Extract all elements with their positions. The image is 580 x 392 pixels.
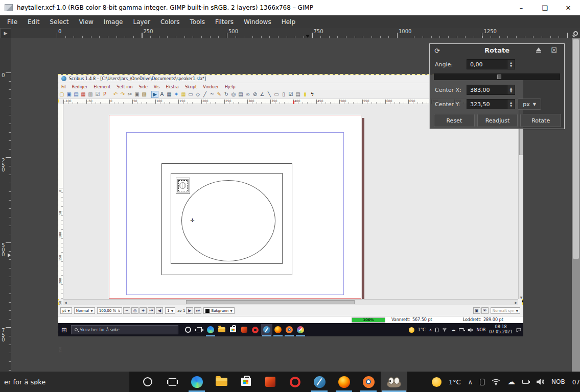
scribus-tool-icon: ~ — [208, 91, 216, 98]
dialog-button[interactable]: Readjust — [477, 114, 518, 127]
language-label[interactable]: NOB — [551, 378, 565, 385]
clock-partial[interactable]: 07 — [572, 379, 580, 386]
firefox-icon — [272, 324, 284, 335]
unit-dropdown[interactable]: px▼ — [518, 99, 541, 110]
scribus-tool-icon: ☑ — [94, 91, 101, 98]
gimp-menu-item[interactable]: Colors — [155, 16, 185, 28]
close-dialog-icon[interactable]: ☒ — [551, 46, 557, 54]
detach-dialog-icon[interactable] — [536, 47, 542, 54]
wifi-icon[interactable] — [492, 379, 500, 385]
scribus-tool-icon: ◎ — [230, 91, 237, 98]
scribus-tool-icon: ▤ — [73, 91, 80, 98]
scribus-app-icon — [61, 76, 66, 81]
center-y-spinner[interactable]: ▲▼ — [507, 99, 515, 109]
temperature-label: 1°C — [418, 328, 426, 332]
clock: 08:1807.05.2021 — [489, 325, 513, 335]
gimp-menu-item[interactable]: View — [74, 16, 98, 28]
ruler-label: 400 — [293, 99, 316, 103]
office-icon — [239, 324, 250, 335]
windows-taskbar: er for å søke 1°C ∧ ☁ NOB 07 — [0, 372, 580, 392]
gimp-menu-item[interactable]: File — [2, 16, 22, 28]
scribus-tool-icon: ▥ — [87, 91, 94, 98]
blender-button[interactable] — [356, 372, 381, 392]
center-x-input[interactable]: 383,00 — [467, 85, 507, 95]
ruler-label: 1250 — [482, 28, 568, 35]
task-view-button[interactable] — [160, 372, 184, 392]
rotate-dialog: ⟳ Rotate ☒ Angle: 0,00 ▲▼ Center X: 383,… — [429, 43, 565, 129]
gimp-window-title: høytaller.xcf-1.0 (RGB color 8-bit gamma… — [17, 4, 313, 11]
center-x-label: Center X: — [435, 87, 467, 93]
scribus-tool-icon: ▶ — [151, 91, 158, 98]
office-button[interactable] — [258, 372, 283, 392]
scribus-button[interactable] — [307, 372, 332, 392]
vertical-coord-value: 289.00 pt — [483, 317, 503, 322]
your-phone-icon[interactable] — [480, 379, 484, 385]
gimp-menu-item[interactable]: Image — [99, 16, 128, 28]
dialog-button[interactable]: Rotate — [520, 114, 561, 127]
horizontal-coord-value: 567.50 pt — [412, 317, 432, 322]
gimp-menu-item[interactable]: Layer — [128, 16, 155, 28]
layer-color-swatch — [205, 309, 210, 313]
gimp-menu-item[interactable]: Filters — [210, 16, 239, 28]
scribus-menu-item: Side — [136, 85, 151, 89]
ruler-corner-button[interactable]: ▶ — [0, 28, 11, 38]
gimp-menu-item[interactable]: Windows — [239, 16, 276, 28]
ruler-label: 350 — [58, 348, 81, 353]
scribus-menu-item: Ekstra — [163, 85, 182, 89]
page-number-dropdown: 1▼ — [165, 307, 175, 314]
dialog-button[interactable]: Reset — [434, 114, 475, 127]
ruler-label: 450 — [316, 99, 339, 103]
onedrive-icon[interactable]: ☁ — [507, 377, 515, 386]
taskbar-search-box[interactable]: er for å søke — [0, 372, 129, 392]
first-page-button: ⏮ — [148, 307, 155, 314]
ruler-label: 0 — [0, 72, 11, 158]
edge-button[interactable] — [184, 372, 209, 392]
firefox-button[interactable] — [332, 372, 356, 392]
scribus-tool-icon: ∞ — [244, 91, 251, 98]
zoom-follow-window-button[interactable] — [571, 28, 580, 38]
angle-slider[interactable] — [434, 74, 560, 80]
center-x-spinner[interactable]: ▲▼ — [507, 85, 515, 95]
scribus-tool-icon: ☑ — [287, 91, 294, 98]
scribus-tool-icon: ϟ — [309, 91, 316, 98]
center-y-input[interactable]: 323,50 — [467, 99, 507, 109]
scribus-vertical-ruler: 050100150200250300350 — [58, 104, 63, 299]
gimp-button-active[interactable] — [381, 372, 407, 392]
microsoft-store-icon — [227, 324, 239, 335]
minimize-button[interactable]: – — [509, 0, 533, 15]
quality-dropdown: Normal▼ — [74, 307, 95, 314]
slider-handle[interactable] — [497, 75, 501, 79]
file-explorer-button[interactable] — [209, 372, 234, 392]
screenshot-taskbar: ⊞ Skriv her for å søke 1°C ∧ ☁ — [58, 323, 523, 336]
cortana-button[interactable] — [135, 372, 160, 392]
ruler-label: 350 — [270, 99, 293, 103]
weather-icon[interactable] — [432, 377, 442, 387]
scribus-menu-item: Hjelp — [222, 85, 238, 89]
maximize-button[interactable]: ❑ — [533, 0, 556, 15]
ruler-cursor-marker — [293, 101, 294, 104]
gimp-menu-item[interactable]: Edit — [22, 16, 44, 28]
gimp-menu-item[interactable]: Select — [44, 16, 74, 28]
battery-icon[interactable] — [522, 380, 529, 384]
microsoft-store-button[interactable] — [234, 372, 258, 392]
close-button[interactable]: ✕ — [556, 0, 580, 15]
scribus-menu-item: Rediger — [68, 85, 90, 89]
speaker-icon[interactable] — [536, 378, 544, 385]
unit-dropdown: pt▼ — [60, 307, 72, 314]
gimp-menu-item[interactable]: Tools — [185, 16, 211, 28]
mouse-cursor: ✛ — [190, 217, 194, 223]
next-page-button: ▶ — [186, 307, 193, 314]
gimp-menu-item[interactable]: Help — [276, 16, 300, 28]
gimp-wilber-icon — [387, 380, 401, 387]
opera-button[interactable] — [283, 372, 307, 392]
angle-input[interactable]: 0,00 — [467, 59, 507, 69]
gimp-titlebar[interactable]: høytaller.xcf-1.0 (RGB color 8-bit gamma… — [0, 0, 580, 15]
gimp-vertical-scrollbar[interactable] — [572, 38, 580, 392]
temperature-label[interactable]: 1°C — [449, 378, 461, 386]
scribus-menu-item: Vis — [151, 85, 163, 89]
speaker-cone-ellipse — [181, 180, 275, 261]
tray-chevron-icon: ∧ — [429, 328, 432, 332]
tray-chevron-icon[interactable]: ∧ — [468, 378, 473, 386]
angle-spinner[interactable]: ▲▼ — [507, 59, 515, 69]
opera-icon — [250, 324, 261, 335]
